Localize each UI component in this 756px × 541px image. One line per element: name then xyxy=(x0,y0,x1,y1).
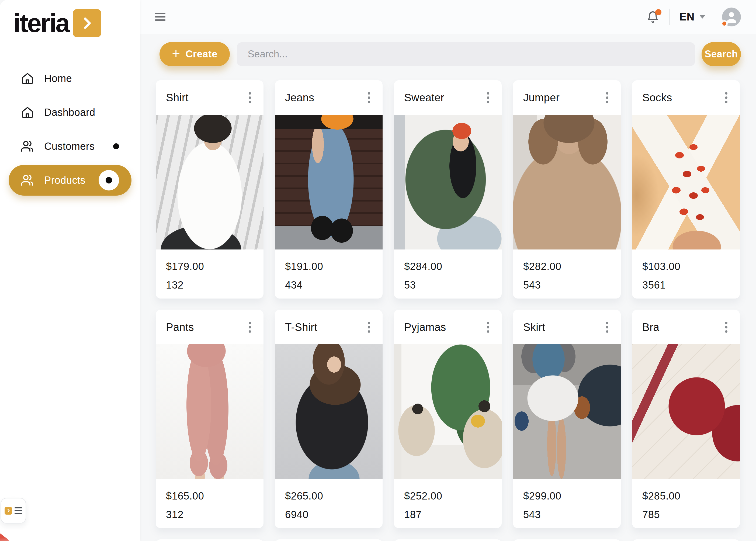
kebab-menu-icon[interactable] xyxy=(366,90,372,105)
product-card-footer: $265.00 6940 xyxy=(275,479,383,521)
sidebar-collapse-button[interactable] xyxy=(1,498,26,523)
product-card-footer: $299.00 543 xyxy=(513,479,621,521)
product-card-footer: $285.00 785 xyxy=(632,479,740,521)
product-card-header: Pants xyxy=(156,310,263,344)
product-title: Pants xyxy=(166,321,194,333)
product-card-footer: $252.00 187 xyxy=(394,479,502,521)
product-card-header: Shirt xyxy=(156,80,263,115)
product-price: $103.00 xyxy=(642,261,730,272)
list-icon xyxy=(15,507,22,514)
sidebar-item-home[interactable]: Home xyxy=(9,63,132,94)
app-window: iteria Home Dashboard xyxy=(0,0,756,541)
product-count: 434 xyxy=(285,279,372,291)
product-price: $191.00 xyxy=(285,261,372,272)
product-card xyxy=(275,539,383,541)
kebab-menu-icon[interactable] xyxy=(485,319,492,335)
user-avatar[interactable] xyxy=(722,8,741,26)
hamburger-menu-icon[interactable] xyxy=(155,13,166,21)
product-title: Skirt xyxy=(523,321,545,333)
create-button[interactable]: + Create xyxy=(160,42,230,66)
product-card: Shirt $179.00 132 xyxy=(156,80,263,298)
kebab-menu-icon[interactable] xyxy=(485,90,492,105)
product-count: 543 xyxy=(523,509,610,521)
product-card-header: T-Shirt xyxy=(275,310,383,344)
product-title: Shirt xyxy=(166,92,189,104)
notification-dot-badge xyxy=(113,143,119,149)
product-card-header: Skirt xyxy=(513,310,621,344)
product-count: 6940 xyxy=(285,509,372,521)
product-card-header: Socks xyxy=(632,80,740,115)
home-icon xyxy=(21,106,34,119)
product-card-footer: $165.00 312 xyxy=(156,479,263,521)
toolbar: + Create Search xyxy=(156,42,741,66)
kebab-menu-icon[interactable] xyxy=(604,319,610,335)
brand-logo-text: iteria xyxy=(13,10,69,36)
sidebar-item-label: Products xyxy=(44,175,85,186)
product-count: 53 xyxy=(404,279,492,291)
product-card-header: Jeans xyxy=(275,80,383,115)
sidebar-item-customers[interactable]: Customers xyxy=(9,131,132,162)
product-card-header: Pyjamas xyxy=(394,310,502,344)
product-image xyxy=(394,344,502,479)
kebab-menu-icon[interactable] xyxy=(246,319,253,335)
product-card: Pyjamas $252.00 187 xyxy=(394,310,502,528)
product-card: T-Shirt $265.00 6940 xyxy=(275,310,383,528)
product-card-footer: $179.00 132 xyxy=(156,250,263,291)
product-image xyxy=(275,344,383,479)
kebab-menu-icon[interactable] xyxy=(723,90,730,105)
product-card xyxy=(632,539,740,541)
language-code: EN xyxy=(679,11,695,23)
product-price: $284.00 xyxy=(404,261,492,272)
product-title: Pyjamas xyxy=(404,321,446,333)
product-card: Socks $103.00 3561 xyxy=(632,80,740,298)
product-count: 785 xyxy=(642,509,730,521)
chevron-right-icon xyxy=(5,507,12,515)
product-card-footer: $191.00 434 xyxy=(275,250,383,291)
product-grid: Shirt $179.00 132 Jeans $191.00 434 Swea… xyxy=(156,80,740,541)
product-price: $165.00 xyxy=(166,490,253,502)
notifications-button[interactable] xyxy=(646,10,659,24)
kebab-menu-icon[interactable] xyxy=(366,319,372,335)
chevron-right-icon xyxy=(73,9,101,37)
notification-dot xyxy=(655,9,661,15)
product-price: $252.00 xyxy=(404,490,492,502)
bell-icon xyxy=(646,20,659,25)
product-count: 132 xyxy=(166,279,253,291)
product-card: Skirt $299.00 543 xyxy=(513,310,621,528)
kebab-menu-icon[interactable] xyxy=(604,90,610,105)
product-count: 543 xyxy=(523,279,610,291)
product-image xyxy=(513,115,621,250)
product-card xyxy=(394,539,502,541)
search-button[interactable]: Search xyxy=(702,42,741,66)
product-card: Sweater $284.00 53 xyxy=(394,80,502,298)
kebab-menu-icon[interactable] xyxy=(246,90,253,105)
users-icon xyxy=(21,140,34,153)
product-card-header: Jumper xyxy=(513,80,621,115)
product-title: Jeans xyxy=(285,92,314,104)
product-card: Bra $285.00 785 xyxy=(632,310,740,528)
product-price: $282.00 xyxy=(523,261,610,272)
sidebar-item-label: Customers xyxy=(44,141,95,152)
product-title: Bra xyxy=(642,321,659,333)
product-count: 312 xyxy=(166,509,253,521)
kebab-menu-icon[interactable] xyxy=(723,319,730,335)
product-image xyxy=(156,344,263,479)
product-price: $179.00 xyxy=(166,261,253,272)
topbar: EN xyxy=(140,0,756,34)
product-card-footer: $103.00 3561 xyxy=(632,250,740,291)
product-price: $265.00 xyxy=(285,490,372,502)
topbar-right: EN xyxy=(646,8,741,26)
sidebar-item-products[interactable]: Products xyxy=(9,165,132,196)
sidebar-item-dashboard[interactable]: Dashboard xyxy=(9,97,132,128)
brand-logo[interactable]: iteria xyxy=(0,0,140,37)
home-icon xyxy=(21,72,34,85)
users-icon xyxy=(21,174,34,187)
product-title: Sweater xyxy=(404,92,444,104)
search-input[interactable] xyxy=(237,42,695,66)
product-price: $299.00 xyxy=(523,490,610,502)
product-image xyxy=(632,115,740,250)
language-selector[interactable]: EN xyxy=(679,11,705,23)
product-card-header: Bra xyxy=(632,310,740,344)
product-title: Jumper xyxy=(523,92,560,104)
sidebar-nav: Home Dashboard Customers Products xyxy=(0,63,140,196)
